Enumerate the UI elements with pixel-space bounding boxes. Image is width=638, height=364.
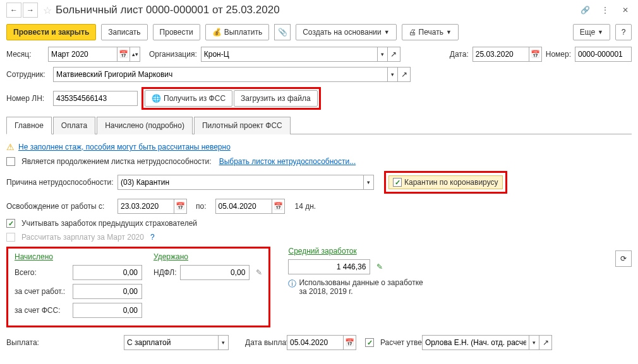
ndfl-input[interactable] (180, 265, 250, 280)
refresh-button[interactable]: ⟳ (615, 250, 632, 267)
tab-pilot[interactable]: Пилотный проект ФСС (194, 117, 291, 134)
covid-highlight: Карантин по коронавирусу (384, 171, 507, 194)
dropdown-icon[interactable]: ▾ (364, 175, 374, 190)
continuation-link[interactable]: Выбрать листок нетрудоспособности... (219, 157, 356, 166)
forward-button[interactable]: → (23, 3, 38, 18)
total-input[interactable] (73, 265, 142, 280)
more-button[interactable]: Еще▼ (573, 24, 610, 40)
org-input[interactable] (201, 47, 378, 62)
date-input[interactable] (472, 47, 529, 62)
create-base-button[interactable]: Создать на основании▼ (296, 24, 396, 40)
release-to-input[interactable] (215, 199, 272, 214)
info-icon: ⓘ (288, 278, 296, 290)
tab-payment[interactable]: Оплата (53, 117, 95, 134)
calendar-icon[interactable]: 📅 (117, 47, 130, 62)
calendar-icon[interactable]: 📅 (174, 199, 187, 214)
back-button[interactable]: ← (6, 3, 21, 18)
save-button[interactable]: Записать (101, 24, 147, 40)
employer-input[interactable] (73, 284, 142, 299)
total-label: Всего: (15, 268, 69, 277)
recalc-label: Рассчитать зарплату за Март 2020 (21, 233, 144, 242)
tab-accrued[interactable]: Начислено (подробно) (97, 117, 193, 134)
kebab-icon[interactable]: ⋮ (599, 4, 611, 16)
open-icon[interactable]: ↗ (398, 67, 411, 82)
dropdown-icon[interactable]: ▾ (388, 67, 398, 82)
fss-buttons-highlight: 🌐Получить из ФСС Загрузить из файла (141, 87, 321, 110)
month-label: Месяц: (6, 50, 44, 59)
payout-input[interactable] (124, 335, 219, 350)
fss-input[interactable] (73, 303, 142, 318)
print-icon: 🖨 (409, 28, 416, 37)
open-icon[interactable]: ↗ (388, 47, 400, 62)
ndfl-label: НДФЛ: (153, 268, 176, 277)
recalc-checkbox (6, 233, 15, 242)
post-button[interactable]: Провести (153, 24, 200, 40)
covid-checkbox[interactable] (393, 178, 402, 187)
date-label: Дата: (450, 50, 469, 59)
post-close-button[interactable]: Провести и закрыть (6, 24, 96, 40)
tab-main[interactable]: Главное (6, 117, 52, 134)
ln-label: Номер ЛН: (6, 94, 49, 103)
get-fss-button[interactable]: 🌐Получить из ФСС (145, 90, 232, 107)
withheld-header: Удержано (153, 252, 262, 261)
release-from-input[interactable] (117, 199, 174, 214)
fss-label: за счет ФСС: (15, 306, 69, 315)
payout-label: Выплата: (6, 338, 51, 347)
tabs: Главное Оплата Начислено (подробно) Пило… (6, 116, 632, 134)
prev-earn-label: Учитывать заработок предыдущих страховат… (21, 219, 197, 228)
continuation-label: Является продолжением листка нетрудоспос… (21, 157, 212, 166)
load-file-button[interactable]: Загрузить из файла (234, 90, 318, 107)
ln-input[interactable] (53, 91, 138, 106)
accrued-header: Начислено (15, 252, 142, 261)
covid-label: Карантин по коронавирусу (404, 178, 498, 187)
approver-input[interactable] (422, 335, 529, 350)
payout-date-label: Дата выплаты: (245, 338, 283, 347)
days-label: 14 дн. (295, 202, 316, 211)
pencil-icon[interactable]: ✎ (376, 262, 383, 271)
chevron-down-icon: ▼ (384, 29, 390, 35)
page-title: Больничный лист 0000-000001 от 25.03.202… (56, 4, 579, 16)
chevron-down-icon: ▼ (598, 29, 603, 35)
reason-input[interactable] (117, 175, 364, 190)
org-label: Организация: (149, 50, 197, 59)
employee-input[interactable] (53, 67, 388, 82)
globe-icon: 🌐 (152, 94, 161, 103)
pay-button[interactable]: 💰Выплатить (205, 24, 270, 40)
approved-label: Расчет утвердил (380, 338, 418, 347)
spinner-icon[interactable]: ▴▾ (130, 47, 140, 62)
calc-highlight: Начислено Всего: за счет работ.: за счет… (6, 247, 270, 327)
employer-label: за счет работ.: (15, 287, 69, 296)
release-label: Освобождение от работы с: (6, 202, 114, 211)
warning-link[interactable]: Не заполнен стаж, пособия могут быть рас… (18, 143, 231, 151)
avg-header: Средний заработок (288, 247, 427, 255)
number-label: Номер: (546, 50, 571, 59)
calendar-icon[interactable]: 📅 (344, 335, 356, 350)
recalc-help[interactable]: ? (150, 233, 155, 242)
avg-input[interactable] (288, 259, 370, 274)
link-icon[interactable]: 🔗 (579, 4, 591, 16)
print-button[interactable]: 🖨Печать▼ (402, 24, 459, 40)
dropdown-icon[interactable]: ▾ (529, 335, 539, 350)
attach-button[interactable]: 📎 (274, 24, 291, 40)
help-button[interactable]: ? (615, 24, 632, 40)
close-icon[interactable]: ✕ (619, 4, 632, 16)
calendar-icon[interactable]: 📅 (272, 199, 285, 214)
prev-earn-checkbox[interactable] (6, 219, 15, 228)
month-input[interactable] (48, 47, 117, 62)
favorite-icon[interactable]: ☆ (43, 4, 52, 16)
open-icon[interactable]: ↗ (539, 335, 552, 350)
calendar-icon[interactable]: 📅 (529, 47, 542, 62)
approved-checkbox[interactable] (365, 338, 374, 347)
info-text: Использованы данные о заработке за 2018,… (299, 278, 427, 296)
money-icon: 💰 (212, 28, 222, 37)
warning-icon: ⚠ (6, 142, 15, 152)
dropdown-icon[interactable]: ▾ (219, 335, 229, 350)
chevron-down-icon: ▼ (446, 29, 452, 35)
release-to-label: по: (196, 202, 207, 211)
pencil-icon[interactable]: ✎ (256, 268, 262, 277)
continuation-checkbox[interactable] (6, 157, 15, 166)
dropdown-icon[interactable]: ▾ (378, 47, 388, 62)
payout-date-input[interactable] (287, 335, 344, 350)
reason-label: Причина нетрудоспособности: (6, 178, 114, 187)
number-input[interactable] (575, 47, 632, 62)
